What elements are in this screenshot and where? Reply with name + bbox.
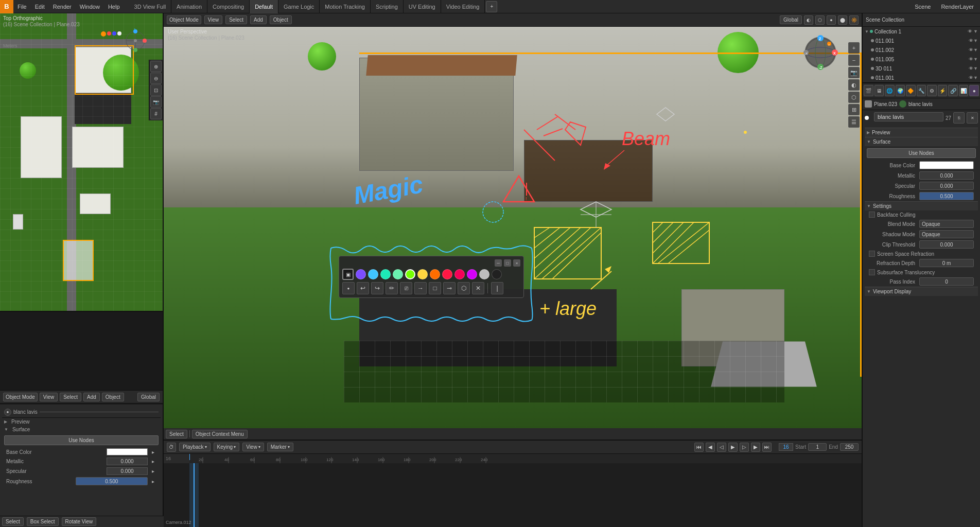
settings-section-header[interactable]: ▼ Settings <box>865 201 978 210</box>
left-select-btn[interactable]: Select <box>60 393 81 401</box>
output-props-icon[interactable]: 🖥 <box>874 85 884 96</box>
physics-props-icon[interactable]: ⚡ <box>938 85 948 96</box>
main-select-btn[interactable]: Select <box>225 15 247 24</box>
roughness-input[interactable]: 0.500 <box>76 477 148 485</box>
material-props-icon[interactable]: ● <box>969 85 979 96</box>
step-forward-btn[interactable]: ▷ <box>740 443 749 452</box>
color-green-check[interactable] <box>405 269 415 279</box>
line-btn[interactable]: → <box>414 282 427 294</box>
viewport-shading-btn[interactable]: ◐ <box>804 15 813 25</box>
base-color-field-right[interactable] <box>919 161 974 169</box>
color-blue[interactable] <box>368 269 378 279</box>
object-mode-main[interactable]: Object Mode <box>167 15 201 24</box>
fill-btn[interactable]: ⬡ <box>458 282 470 294</box>
annotate-btn[interactable]: ✏ <box>386 282 398 294</box>
zoom-fit-btn[interactable]: ⊡ <box>150 84 162 96</box>
viewport-shading-icon[interactable]: ◐ <box>848 79 860 91</box>
tab-scripting[interactable]: Scripting <box>371 0 404 13</box>
navigation-gizmo[interactable]: Z X -Z -X Y <box>800 32 841 73</box>
constraint-props-icon[interactable]: 🔗 <box>948 85 958 96</box>
zoom-in-btn[interactable]: ⊕ <box>150 61 162 72</box>
material-name-right[interactable]: blanc lavis <box>908 101 933 107</box>
specular-add-btn[interactable]: ▸ <box>150 468 156 475</box>
collection-item[interactable]: ▼ Collection 1 👁 ▼ <box>863 27 980 36</box>
scene-selector[interactable]: Scene <box>911 0 935 13</box>
jump-back-btn[interactable]: ◀ <box>706 443 715 452</box>
metallic-add-btn[interactable]: ▸ <box>150 458 156 465</box>
render-props-icon[interactable]: 🎬 <box>864 85 873 96</box>
shadow-mode-dropdown[interactable]: Opaque <box>919 230 974 238</box>
use-nodes-right-btn[interactable]: Use Nodes <box>867 148 976 158</box>
color-green[interactable] <box>393 269 403 279</box>
preview-section[interactable]: ▶ Preview <box>2 418 161 426</box>
tab-3d-view-full[interactable]: 3D View Full <box>129 0 172 13</box>
object-name[interactable]: Plane.023 <box>874 101 897 107</box>
tree-item-1[interactable]: 011.002 👁 ▼ <box>863 45 980 55</box>
scene-props-icon[interactable]: 🌐 <box>885 85 895 96</box>
tab-motion-tracking[interactable]: Motion Tracking <box>320 0 371 13</box>
roughness-field-right[interactable]: 0.500 <box>919 192 974 200</box>
specular-field-right[interactable]: 0.000 <box>919 182 974 190</box>
keying-dropdown[interactable]: Keying <box>214 443 240 451</box>
tree-item-3[interactable]: 3D 011 👁 ▼ <box>863 64 980 73</box>
active-color-indicator[interactable]: ▣ <box>342 269 354 280</box>
backface-culling-checkbox[interactable] <box>869 212 875 218</box>
start-frame-input[interactable] <box>808 443 827 451</box>
ortho-gizmo[interactable]: Z X Y <box>122 28 148 54</box>
box-btn[interactable]: □ <box>429 282 441 294</box>
menu-help[interactable]: Help <box>104 0 124 13</box>
main-3d-scene[interactable]: Magic Beam + large ! <box>164 27 862 428</box>
item-eye-2[interactable]: 👁 <box>969 57 973 62</box>
viewport-overlay-icon[interactable]: ⬡ <box>848 92 860 103</box>
viewport-display-section[interactable]: ▼ Viewport Display <box>865 287 978 296</box>
play-btn[interactable]: ▶ <box>728 443 738 452</box>
clip-threshold-field[interactable]: 0.000 <box>919 240 974 249</box>
step-back-btn[interactable]: ◁ <box>717 443 726 452</box>
item-eye-0[interactable]: 👁 <box>969 38 973 43</box>
menu-render[interactable]: Render <box>49 0 76 13</box>
item-eye-3[interactable]: 👁 <box>969 66 973 71</box>
left-object-btn[interactable]: Object <box>102 393 124 401</box>
item-eye-1[interactable]: 👁 <box>969 47 973 52</box>
surface-section-header[interactable]: ▼ Surface <box>865 137 978 146</box>
material-slot-name[interactable]: blanc lavis <box>874 112 943 121</box>
main-view-btn[interactable]: View <box>204 15 223 24</box>
base-color-add-btn[interactable]: ▸ <box>150 449 156 455</box>
tab-video-editing[interactable]: Video Editing <box>441 0 485 13</box>
left-view-btn[interactable]: View <box>40 393 58 401</box>
refraction-depth-field[interactable]: 0 m <box>919 259 974 267</box>
main-add-btn[interactable]: Add <box>250 15 267 24</box>
cv-object-context-btn[interactable]: Object Context Menu <box>192 430 248 438</box>
collection-filter-icon[interactable]: ▼ <box>973 29 978 34</box>
tab-uv-editing[interactable]: UV Editing <box>404 0 441 13</box>
surface-section[interactable]: ▼ Surface <box>2 426 161 433</box>
viewport-material-btn[interactable]: ⬤ <box>838 15 847 25</box>
add-workspace-btn[interactable]: + <box>486 1 497 12</box>
popup-minimize-btn[interactable]: ─ <box>495 259 502 267</box>
end-frame-input[interactable] <box>840 443 859 451</box>
metallic-input[interactable]: 0.000 <box>107 458 148 465</box>
main-global-btn[interactable]: Global <box>780 15 802 24</box>
color-teal[interactable] <box>380 269 391 279</box>
popup-collapse-btn[interactable]: □ <box>504 259 511 267</box>
metallic-field-right[interactable]: 0.000 <box>919 171 974 180</box>
material-unlink-btn[interactable]: ✕ <box>967 112 978 124</box>
blend-mode-dropdown[interactable]: Opaque <box>919 220 974 228</box>
specular-input[interactable]: 0.000 <box>107 467 148 475</box>
current-frame-input[interactable] <box>779 443 793 451</box>
color-light-gray[interactable] <box>479 269 489 279</box>
tab-game-logic[interactable]: Game Logic <box>278 0 320 13</box>
tab-animation[interactable]: Animation <box>171 0 207 13</box>
use-nodes-btn[interactable]: Use Nodes <box>4 435 159 445</box>
viewport-camera-view[interactable]: 📷 <box>848 67 860 78</box>
color-dot-btn[interactable]: ● <box>342 282 355 294</box>
redo-btn[interactable]: ↪ <box>371 282 383 294</box>
top-ortho-viewport[interactable]: Top Orthographic (16) Scene Collection |… <box>0 13 163 312</box>
modifier-props-icon[interactable]: 🔧 <box>917 85 926 96</box>
preview-section-header[interactable]: ▶ Preview <box>865 128 978 137</box>
base-color-swatch[interactable] <box>107 448 148 455</box>
color-dark[interactable] <box>492 269 502 279</box>
jump-to-end-btn[interactable]: ⏭ <box>762 443 772 452</box>
marker-dropdown[interactable]: Marker <box>267 443 293 451</box>
render-layer-selector[interactable]: RenderLayer <box>937 0 978 13</box>
